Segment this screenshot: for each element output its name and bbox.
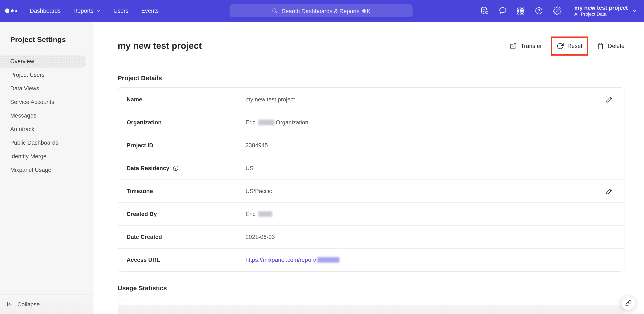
share-link-button[interactable] <box>621 296 636 310</box>
usage-statistics-card <box>118 300 624 314</box>
project-switcher-labels: my new test project All Project Data <box>574 5 628 17</box>
reset-button[interactable]: Reset <box>556 42 582 49</box>
sidebar-item-project-users[interactable]: Project Users <box>0 68 94 82</box>
search-input[interactable]: Search Dashboards & Reports ⌘K <box>230 4 413 17</box>
app-root: Dashboards Reports Users Events Search D… <box>0 0 644 314</box>
main-content: my new test project Transfer <box>94 22 644 314</box>
redacted-text <box>258 120 275 125</box>
sidebar-nav: Overview Project Users Data Views Servic… <box>0 55 94 177</box>
organization-prefix: Eric <box>246 119 256 126</box>
delete-label: Delete <box>608 43 624 49</box>
chat-bubble-icon <box>498 6 507 15</box>
apps-grid-icon <box>516 6 525 15</box>
row-value: 2021-06-03 <box>246 234 275 240</box>
row-label: Name <box>126 96 246 102</box>
nav-events[interactable]: Events <box>141 8 159 14</box>
redacted-text <box>258 211 272 217</box>
settings-gear-icon <box>553 6 562 15</box>
current-project-scope: All Project Data <box>574 11 628 17</box>
sidebar-item-mixpanel-usage[interactable]: Mixpanel Usage <box>0 163 94 177</box>
trash-icon <box>597 42 604 49</box>
project-actions: Transfer Reset <box>510 42 624 49</box>
logo-dot-small <box>16 10 17 12</box>
primary-nav: Dashboards Reports Users Events <box>30 8 159 14</box>
collapse-to-left-icon <box>6 301 13 308</box>
row-label: Access URL <box>126 257 246 263</box>
link-icon <box>625 300 632 306</box>
refresh-icon <box>556 42 564 49</box>
transfer-button[interactable]: Transfer <box>510 42 542 49</box>
database-gear-icon <box>480 6 489 15</box>
help-icon <box>534 6 543 15</box>
usage-section-heading: Usage Statistics <box>118 284 624 292</box>
sidebar-item-overview[interactable]: Overview <box>0 55 86 68</box>
project-details-card: Name my new test project Organization Er… <box>118 87 624 272</box>
usage-loading-skeleton <box>118 305 624 314</box>
detail-row-timezone: Timezone US/Pacific <box>118 180 624 202</box>
edit-timezone-button[interactable] <box>606 188 613 195</box>
page-header: my new test project Transfer <box>118 22 624 52</box>
delete-button[interactable]: Delete <box>597 42 624 49</box>
nav-users[interactable]: Users <box>114 8 128 14</box>
row-label: Data Residency <box>126 165 246 171</box>
search-placeholder: Search Dashboards & Reports ⌘K <box>282 7 371 14</box>
row-value: US/Pacific <box>246 188 272 194</box>
nav-dashboards[interactable]: Dashboards <box>30 8 61 14</box>
data-management-button[interactable] <box>480 6 489 15</box>
top-navbar: Dashboards Reports Users Events Search D… <box>0 0 644 22</box>
sidebar-item-messages[interactable]: Messages <box>0 109 94 123</box>
detail-row-data-residency: Data Residency US <box>118 157 624 180</box>
sidebar-title: Project Settings <box>10 36 94 44</box>
row-label: Organization <box>126 119 246 126</box>
details-section-heading: Project Details <box>118 74 624 81</box>
mixpanel-logo-icon[interactable] <box>5 8 17 13</box>
sidebar-item-public-dashboards[interactable]: Public Dashboards <box>0 136 94 150</box>
search-icon <box>272 8 278 14</box>
nav-reports[interactable]: Reports <box>74 8 101 14</box>
sidebar-item-autotrack[interactable]: Autotrack <box>0 123 94 136</box>
feedback-button[interactable] <box>498 6 507 15</box>
info-icon <box>172 165 179 171</box>
detail-row-name: Name my new test project <box>118 88 624 111</box>
chevron-down-icon <box>96 8 101 13</box>
detail-row-project-id: Project ID 2384945 <box>118 134 624 157</box>
reset-label: Reset <box>567 43 582 49</box>
current-project-name: my new test project <box>574 5 628 11</box>
detail-row-created-by: Created By Eric <box>118 202 624 225</box>
detail-row-date-created: Date Created 2021-06-03 <box>118 225 624 248</box>
project-switcher[interactable]: my new test project All Project Data <box>574 5 637 17</box>
row-label: Created By <box>126 211 246 217</box>
transfer-label: Transfer <box>521 43 542 49</box>
chevron-down-icon <box>632 8 637 13</box>
logo-dot-medium <box>11 9 14 12</box>
sidebar-item-service-accounts[interactable]: Service Accounts <box>0 95 94 109</box>
detail-row-organization: Organization Eric Organization <box>118 111 624 134</box>
row-value: 2384945 <box>246 142 268 149</box>
data-residency-info-button[interactable] <box>172 165 179 171</box>
detail-row-access-url: Access URL https://mixpanel.com/report/ <box>118 248 624 271</box>
row-value: Eric Organization <box>246 119 308 126</box>
pencil-icon <box>606 188 613 195</box>
created-by-prefix: Eric <box>246 211 256 217</box>
collapse-sidebar-button[interactable]: Collapse <box>0 301 40 308</box>
apps-button[interactable] <box>516 6 525 15</box>
external-link-icon <box>510 42 517 49</box>
edit-name-button[interactable] <box>606 96 613 103</box>
row-label: Project ID <box>126 142 246 149</box>
row-label: Timezone <box>126 188 246 194</box>
sidebar-item-identity-merge[interactable]: Identity Merge <box>0 150 94 163</box>
help-button[interactable] <box>534 6 543 15</box>
row-label: Date Created <box>126 234 246 240</box>
settings-sidebar: Project Settings Overview Project Users … <box>0 22 94 314</box>
access-url-text: https://mixpanel.com/report/ <box>246 257 316 263</box>
row-value: my new test project <box>246 96 295 102</box>
access-url-link[interactable]: https://mixpanel.com/report/ <box>246 257 340 263</box>
row-value: Eric <box>246 211 274 217</box>
pencil-icon <box>606 96 613 103</box>
sidebar-item-data-views[interactable]: Data Views <box>0 82 94 95</box>
data-residency-label: Data Residency <box>126 165 169 171</box>
settings-button[interactable] <box>553 6 562 15</box>
organization-suffix: Organization <box>276 119 308 126</box>
navbar-right: my new test project All Project Data <box>480 5 637 17</box>
nav-reports-label: Reports <box>74 8 94 14</box>
